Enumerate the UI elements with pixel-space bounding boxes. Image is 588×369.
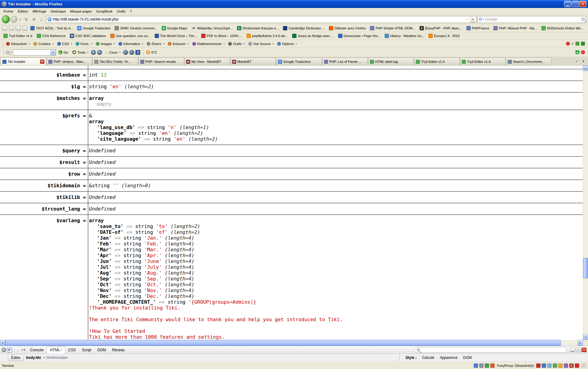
back-button[interactable]: ←	[2, 15, 10, 23]
menu-item[interactable]: Affichage	[30, 9, 49, 14]
vertical-scrollbar[interactable]: ▲ ▼	[583, 66, 588, 340]
menu-item[interactable]: Marque-pages	[68, 9, 94, 14]
tab-11[interactable]: Tryit Editor v1.4	[460, 58, 506, 65]
bookmark-item[interactable]: CSS Reference	[35, 33, 68, 39]
bookmark-item[interactable]: Jouez au Bridge avec ...	[290, 33, 336, 39]
webdev-toolbar-item[interactable]: Entourer▾	[166, 41, 190, 46]
bookmark-item[interactable]: History : Weather Un...	[383, 33, 426, 39]
breadcrumb-parent-node[interactable]: < html#installer	[43, 356, 68, 360]
url-bar[interactable]: http://ld8.teawik-7x-01.net/tiki-install…	[46, 16, 477, 23]
tab-7[interactable]: GGoogle Traduction	[276, 58, 322, 65]
media-play-icon[interactable]: ▸	[97, 50, 102, 55]
extension-icon[interactable]	[542, 363, 546, 368]
minimize-button[interactable]: ▁	[564, 1, 571, 7]
firebug-tab[interactable]: Script	[79, 347, 94, 353]
firebug-tab[interactable]: HTML ▾	[47, 346, 65, 354]
toolbar-panel-icon-3[interactable]	[16, 26, 21, 31]
tab-8[interactable]: PHP: List of Parser ...	[322, 58, 368, 65]
chevron-down-icon[interactable]: ▾	[10, 51, 12, 54]
webdev-toolbar-item[interactable]: Options▾	[275, 41, 298, 46]
horizontal-scroll-thumb[interactable]	[5, 340, 561, 346]
extension-icon[interactable]	[485, 363, 489, 368]
menu-item[interactable]: Édition	[16, 9, 30, 14]
scroll-down-icon[interactable]: ▼	[583, 335, 588, 340]
counter-tool[interactable]: — Coun ▾	[103, 50, 122, 55]
extension-icon[interactable]	[564, 363, 568, 368]
tab-2[interactable]: PHP: strripos - Man...	[47, 58, 92, 65]
bookmark-item[interactable]: phpMyAdmin 3.4.0-de...	[244, 33, 290, 39]
maximize-button[interactable]: □	[572, 1, 579, 7]
extension-icon[interactable]	[558, 363, 563, 368]
firebug-panel-list-icon[interactable]: ≡ ▾	[21, 348, 26, 352]
round-tool-icon-2[interactable]	[129, 50, 134, 55]
stop-button[interactable]: ✕	[31, 16, 37, 23]
webdev-toolbar-item[interactable]: Information▾	[117, 41, 145, 46]
extension-icon[interactable]	[474, 363, 478, 368]
firebug-icon[interactable]	[2, 348, 6, 352]
search-placeholder[interactable]: Google	[485, 17, 580, 21]
bookmark-item[interactable]: Geckozone • Page d'in...	[336, 33, 383, 39]
firebug-back-icon[interactable]: ‹	[13, 348, 16, 352]
bookmark-item[interactable]: PHP: Manuel PHP - Ma...	[491, 25, 539, 31]
bookmark-item[interactable]: PHP Simple HTML DOM...	[368, 25, 417, 31]
history-dropdown-icon[interactable]: ▾	[18, 16, 22, 23]
temperature-label[interactable]: 6°C	[151, 51, 157, 54]
close-button[interactable]: ×	[579, 1, 586, 7]
search-bar[interactable]: G ▾ Google	[477, 16, 586, 23]
bookmark-item[interactable]: PHPFrance	[464, 25, 492, 31]
google-search-engine-icon[interactable]: G	[479, 17, 482, 21]
webdev-toolbar-item[interactable]: CSS▾	[55, 41, 74, 46]
firebug-detach-icon[interactable]: □	[576, 348, 581, 352]
toolbar-panel-icon-2[interactable]	[9, 26, 14, 31]
url-text[interactable]: http://ld8.teawik-7x-01.net/tiki-install…	[53, 17, 464, 21]
tab-10[interactable]: Tryit Editor v1.4	[414, 58, 460, 65]
tools-button[interactable]: ✱ Tools ▾	[71, 50, 90, 55]
close-toolbar-icon[interactable]: ×	[581, 50, 585, 54]
webdev-toolbar-item[interactable]: Voir Source▾	[247, 41, 275, 46]
foxyproxy-status[interactable]: FoxyProxy: Désactivé(e)	[497, 364, 534, 367]
tab-12[interactable]: Search | Document...	[506, 58, 552, 65]
tab-close-icon[interactable]: ✕	[40, 59, 44, 64]
extension-icon[interactable]	[479, 363, 484, 368]
media-prev-icon[interactable]: ◂	[91, 50, 96, 55]
search-engine-dropdown-icon[interactable]: ▾	[483, 18, 484, 21]
webdev-toolbar-item[interactable]: Outils▾	[226, 41, 247, 46]
bookmark-item[interactable]: TEST ADSL : Test du d...	[28, 25, 75, 31]
bookmark-item[interactable]: PDF to Word – 100% ...	[199, 33, 244, 39]
extension-icon[interactable]: Z	[569, 363, 574, 368]
menu-item[interactable]: ScrapBook	[94, 9, 115, 14]
tab-list-icon[interactable]: ≡	[574, 59, 579, 64]
bookmark-item[interactable]: LDictionnaire français e...	[235, 25, 281, 31]
extension-icon[interactable]	[553, 363, 557, 368]
extension-icon[interactable]	[536, 363, 541, 368]
bookmark-item[interactable]: SPAC Gestion commm...	[112, 25, 159, 31]
breadcrumb-selected-node[interactable]: body.tiki	[26, 356, 41, 360]
vertical-scroll-track[interactable]	[583, 71, 588, 335]
bookmark-item[interactable]: Europe1.fr - RSS	[426, 33, 462, 39]
horizontal-scroll-track[interactable]	[5, 340, 578, 346]
forward-button[interactable]: →	[11, 16, 17, 23]
url-dropdown-icon[interactable]: ▼	[470, 16, 475, 23]
firebug-tab[interactable]: Réseau	[109, 347, 128, 353]
firebug-tab[interactable]: DOM	[94, 347, 109, 353]
bookmark-item[interactable]: W3Schools Online We...	[539, 25, 586, 31]
webdev-toolbar-item[interactable]: Images▾	[94, 41, 117, 46]
toolbar-panel-icon-1[interactable]	[2, 26, 7, 31]
up-arrow-icon[interactable]: ▲	[575, 50, 579, 54]
bookmark-item[interactable]: The World Clock – Tim...	[153, 33, 199, 39]
firebug-side-tab[interactable]: DOM	[460, 355, 474, 361]
tab-overflow-chevron-icon[interactable]: ▼	[581, 59, 586, 64]
tab-4[interactable]: PHP: Search results	[138, 58, 184, 65]
close-toolbar-icon[interactable]: ✕	[571, 42, 574, 45]
select-dropdown-icon[interactable]: ▼	[51, 50, 55, 55]
extension-icon[interactable]	[575, 363, 579, 368]
webdev-toolbar-item[interactable]: Cookies▾	[32, 41, 55, 46]
bookmark-item[interactable]: WWikipédia, l'encyclopé...	[189, 25, 235, 31]
firebug-search-field[interactable]	[414, 347, 567, 353]
bookmark-item[interactable]: GGoogle Traduction	[75, 25, 112, 31]
reload-button[interactable]: ↻	[23, 16, 30, 23]
horizontal-scrollbar[interactable]: ◄ ►	[0, 340, 588, 346]
firebug-side-tab[interactable]: Apparence	[437, 355, 460, 361]
firebug-tab[interactable]: Console	[27, 347, 47, 353]
webdev-toolbar-item[interactable]: Divers▾	[145, 41, 166, 46]
